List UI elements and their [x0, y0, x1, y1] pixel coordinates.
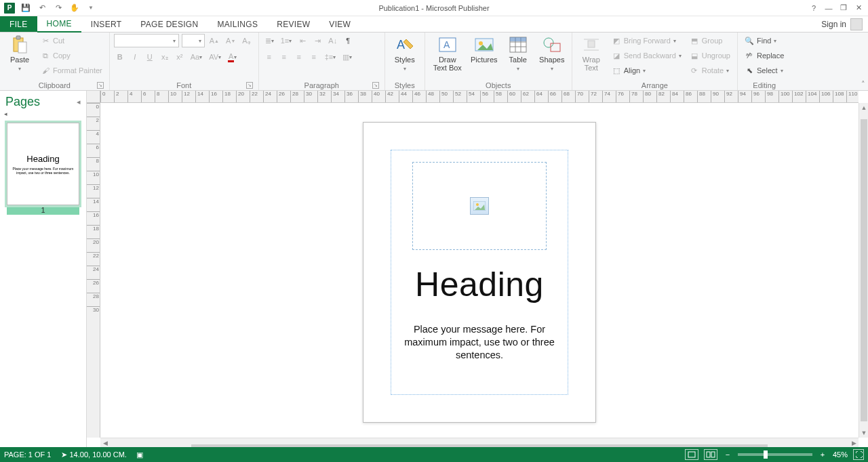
tab-insert[interactable]: INSERT	[81, 16, 132, 32]
scroll-left-button[interactable]: ◀	[100, 438, 110, 448]
tab-page-design[interactable]: PAGE DESIGN	[131, 16, 208, 32]
sign-in-link[interactable]: Sign in	[816, 16, 868, 32]
viewport[interactable]: Heading Place your message here. For max…	[100, 103, 859, 438]
zoom-level[interactable]: 45%	[833, 450, 848, 459]
rotate-button[interactable]: ⟳Rotate▾	[687, 64, 733, 77]
show-marks-button[interactable]: ¶	[342, 35, 354, 47]
zoom-out-button[interactable]: −	[723, 450, 732, 459]
find-button[interactable]: 🔍Find ▾	[742, 34, 787, 47]
bullets-button[interactable]: ≣▾	[263, 35, 276, 47]
cut-button[interactable]: ✂Cut	[38, 34, 105, 47]
sort-button[interactable]: A↓	[326, 35, 339, 47]
pages-pane-collapse-button[interactable]: ◂	[77, 98, 81, 106]
clear-formatting-button[interactable]: Aᵩ	[240, 35, 252, 47]
format-painter-button[interactable]: 🖌Format Painter	[38, 64, 105, 77]
draw-text-box-button[interactable]: A Draw Text Box	[429, 34, 466, 72]
paragraph-dialog-launcher[interactable]: ↘	[372, 82, 379, 89]
align-button[interactable]: ⬚Align▾	[609, 64, 684, 77]
redo-button[interactable]: ↷	[52, 1, 65, 15]
restore-button[interactable]: ❐	[837, 1, 850, 15]
tab-view[interactable]: VIEW	[319, 16, 360, 32]
text-box-icon: A	[438, 35, 457, 54]
vertical-scrollbar[interactable]: ▲ ▼	[859, 103, 868, 438]
bring-forward-button[interactable]: ◩Bring Forward ▾	[609, 34, 684, 47]
increase-indent-button[interactable]: ⇥	[311, 35, 323, 47]
superscript-button[interactable]: x²	[174, 51, 186, 63]
ruler-tick: 6	[141, 91, 146, 103]
columns-button[interactable]: ▥▾	[340, 51, 354, 63]
font-name-combo[interactable]: ▾	[114, 34, 179, 47]
close-button[interactable]: ✕	[852, 1, 865, 15]
vertical-scroll-thumb[interactable]	[861, 119, 867, 421]
scroll-up-button[interactable]: ▲	[859, 103, 868, 112]
minimize-button[interactable]: —	[822, 1, 835, 15]
tab-home[interactable]: HOME	[37, 16, 81, 33]
table-button[interactable]: Table▾	[502, 34, 534, 73]
document-body-text[interactable]: Place your message here. For maximum imp…	[397, 323, 561, 362]
bold-button[interactable]: B	[114, 51, 126, 63]
page-thumbnail[interactable]: Heading Place your message here. For max…	[7, 123, 79, 205]
vertical-ruler[interactable]: 024681012141618202224262830	[87, 103, 100, 438]
send-backward-button[interactable]: ◪Send Backward ▾	[609, 49, 684, 62]
fit-page-button[interactable]: ⛶	[853, 449, 864, 460]
horizontal-scrollbar[interactable]: ◀ ▶	[100, 438, 859, 447]
undo-button[interactable]: ↶	[35, 1, 49, 15]
align-left-button[interactable]: ≡	[263, 51, 275, 63]
font-dialog-launcher[interactable]: ↘	[246, 82, 253, 89]
ruler-tick: 2	[87, 117, 100, 123]
replace-button[interactable]: ᵃ⁄ᵇReplace	[742, 49, 787, 62]
touch-mode-button[interactable]: ✋	[68, 1, 81, 15]
styles-button[interactable]: A Styles▾	[389, 34, 420, 73]
grow-font-button[interactable]: A▲	[208, 35, 221, 47]
shrink-font-button[interactable]: A▼	[224, 35, 237, 47]
align-right-button[interactable]: ≡	[293, 51, 305, 63]
qat-customize-button[interactable]: ▼	[84, 1, 98, 15]
help-button[interactable]: ?	[807, 1, 821, 15]
scroll-right-button[interactable]: ▶	[849, 438, 859, 448]
picture-placeholder[interactable]	[412, 162, 547, 250]
copy-button[interactable]: ⧉Copy	[38, 49, 105, 62]
change-case-button[interactable]: Aa▾	[189, 51, 204, 63]
align-center-button[interactable]: ≡	[278, 51, 290, 63]
font-color-button[interactable]: A▾	[226, 51, 239, 63]
save-button[interactable]: 💾	[19, 1, 33, 15]
two-page-view-button[interactable]	[704, 449, 717, 460]
underline-button[interactable]: U	[144, 51, 156, 63]
section-toggle-icon[interactable]: ◂	[0, 110, 86, 117]
horizontal-ruler[interactable]: 0246810121416182022242628303234363840424…	[100, 91, 859, 103]
font-size-combo[interactable]: ▾	[182, 34, 205, 47]
ruler-tick: 12	[182, 91, 190, 103]
ruler-tick: 84	[670, 91, 678, 103]
shapes-button[interactable]: Shapes▾	[536, 34, 568, 73]
status-page[interactable]: PAGE: 1 OF 1	[4, 450, 52, 459]
subscript-button[interactable]: x₂	[159, 51, 171, 63]
zoom-slider-thumb[interactable]	[764, 450, 768, 459]
clipboard-dialog-launcher[interactable]: ↘	[97, 82, 104, 89]
decrease-indent-button[interactable]: ⇤	[296, 35, 309, 47]
collapse-ribbon-button[interactable]: ˄	[861, 80, 865, 89]
ruler-tick: 94	[738, 91, 746, 103]
document-heading[interactable]: Heading	[363, 265, 595, 304]
select-button[interactable]: ⬉Select▾	[742, 64, 787, 77]
tab-review[interactable]: REVIEW	[267, 16, 319, 32]
pictures-button[interactable]: Pictures	[469, 34, 500, 64]
line-spacing-button[interactable]: ‡≡▾	[323, 51, 338, 63]
ruler-tick: 0	[100, 91, 105, 103]
zoom-in-button[interactable]: +	[818, 450, 827, 459]
paste-button[interactable]: Paste▾	[4, 34, 35, 73]
align-right-icon: ≡	[297, 53, 301, 61]
tab-file[interactable]: FILE	[0, 16, 37, 32]
ungroup-button[interactable]: ⬓Ungroup	[687, 49, 733, 62]
justify-button[interactable]: ≡	[308, 51, 320, 63]
tab-mailings[interactable]: MAILINGS	[208, 16, 267, 32]
numbering-button[interactable]: 1≡▾	[279, 35, 294, 47]
scroll-down-button[interactable]: ▼	[859, 428, 868, 438]
zoom-slider[interactable]	[738, 453, 812, 456]
group-button[interactable]: ⬒Group	[687, 34, 733, 47]
char-spacing-button[interactable]: AV▾	[207, 51, 223, 63]
wrap-text-button[interactable]: Wrap Text	[576, 34, 606, 72]
italic-button[interactable]: I	[129, 51, 141, 63]
single-page-view-button[interactable]	[685, 449, 698, 460]
group-label-styles: Styles	[389, 80, 420, 90]
publication-page[interactable]: Heading Place your message here. For max…	[363, 122, 596, 423]
